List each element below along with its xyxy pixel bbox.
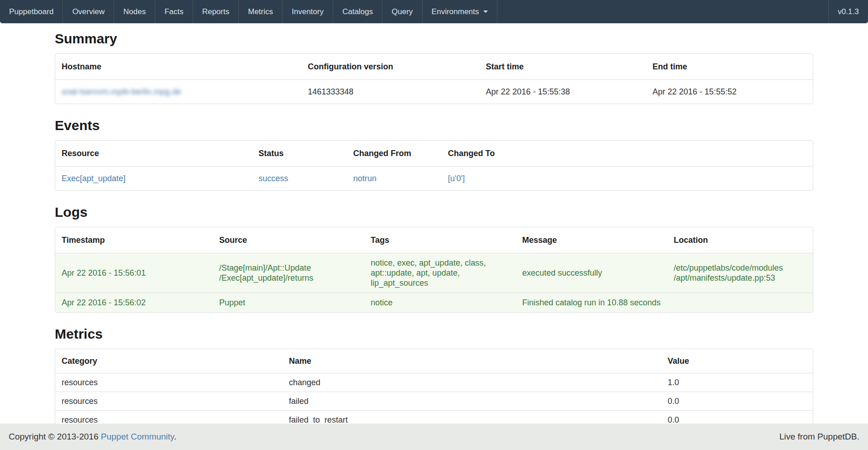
navbar-brand[interactable]: Puppetboard — [0, 0, 63, 23]
metric-value: 1.0 — [661, 373, 813, 392]
event-changed-from-link[interactable]: notrun — [353, 174, 376, 183]
log-tags: notice, exec, apt_update, class, apt::up… — [364, 253, 516, 293]
hostname-link[interactable]: snat-tservvm.mpib-berlin.mpg.de — [62, 87, 181, 96]
metrics-heading: Metrics — [55, 326, 813, 341]
log-timestamp: Apr 22 2016 - 15:56:01 — [55, 253, 213, 293]
summary-col-config-version: Configuration version — [302, 54, 480, 80]
events-col-status: Status — [252, 141, 347, 167]
metric-value: 0.0 — [661, 392, 813, 411]
log-source: /Stage[main]/Apt::Update /Exec[apt_updat… — [213, 253, 364, 293]
log-location: /etc/puppetlabs/code/modules /apt/manife… — [667, 253, 813, 293]
summary-col-hostname: Hostname — [55, 54, 302, 80]
main-content: Summary Hostname Configuration version S… — [55, 31, 813, 437]
copyright-period: . — [174, 432, 176, 441]
log-row: Apr 22 2016 - 15:56:02 Puppet notice Fin… — [55, 293, 813, 313]
log-row: Apr 22 2016 - 15:56:01 /Stage[main]/Apt:… — [55, 253, 813, 293]
event-row: Exec[apt_update] success notrun [u'0'] — [55, 167, 813, 191]
logs-table: Timestamp Source Tags Message Location A… — [55, 227, 813, 312]
summary-heading: Summary — [55, 31, 813, 46]
events-heading: Events — [55, 118, 813, 133]
metric-row: resources changed 1.0 — [55, 373, 813, 392]
footer-copyright: Copyright © 2013-2016 Puppet Community. — [9, 432, 176, 442]
log-message: Finished catalog run in 10.88 seconds — [516, 293, 667, 313]
nav-item-inventory[interactable]: Inventory — [282, 0, 333, 23]
nav-item-overview[interactable]: Overview — [63, 0, 114, 23]
logs-heading: Logs — [55, 204, 813, 220]
version-badge: v0.1.3 — [828, 0, 868, 23]
log-message: executed successfully — [516, 253, 667, 293]
logs-panel: Timestamp Source Tags Message Location A… — [55, 227, 813, 313]
summary-row: snat-tservvm.mpib-berlin.mpg.de 14613333… — [55, 80, 813, 104]
start-time-value: Apr 22 2016 - 15:55:38 — [480, 80, 646, 104]
events-header-row: Resource Status Changed From Changed To — [55, 141, 813, 167]
chevron-down-icon — [483, 10, 488, 13]
metrics-col-category: Category — [55, 349, 282, 373]
event-resource-link[interactable]: Exec[apt_update] — [62, 174, 125, 183]
nav-item-reports[interactable]: Reports — [193, 0, 239, 23]
footer-puppetdb-status: Live from PuppetDB. — [779, 432, 859, 442]
log-source: Puppet — [213, 293, 364, 313]
summary-col-start-time: Start time — [480, 54, 646, 80]
nav-item-facts[interactable]: Facts — [155, 0, 193, 23]
logs-header-row: Timestamp Source Tags Message Location — [55, 227, 813, 253]
end-time-value: Apr 22 2016 - 15:55:52 — [646, 80, 813, 104]
nav-item-metrics[interactable]: Metrics — [239, 0, 282, 23]
log-location — [667, 293, 813, 313]
metrics-col-name: Name — [282, 349, 661, 373]
log-timestamp: Apr 22 2016 - 15:56:02 — [55, 293, 213, 313]
metric-category: resources — [55, 373, 282, 392]
logs-col-tags: Tags — [364, 227, 516, 253]
metric-category: resources — [55, 392, 282, 411]
event-changed-to-link[interactable]: [u'0'] — [448, 174, 465, 183]
copyright-text: Copyright © 2013-2016 — [9, 432, 101, 441]
logs-col-location: Location — [667, 227, 813, 253]
environments-dropdown[interactable]: Environments — [423, 0, 497, 23]
summary-header-row: Hostname Configuration version Start tim… — [55, 54, 813, 80]
summary-table: Hostname Configuration version Start tim… — [55, 54, 813, 104]
events-table: Resource Status Changed From Changed To … — [55, 141, 813, 190]
footer: Copyright © 2013-2016 Puppet Community. … — [0, 424, 868, 450]
logs-col-timestamp: Timestamp — [55, 227, 213, 253]
config-version-value: 1461333348 — [302, 80, 480, 104]
navbar-spacer — [497, 0, 828, 23]
metrics-col-value: Value — [661, 349, 813, 373]
summary-panel: Hostname Configuration version Start tim… — [55, 53, 813, 104]
environments-dropdown-label: Environments — [432, 7, 479, 16]
puppet-community-link[interactable]: Puppet Community — [101, 432, 174, 441]
metric-name: failed — [282, 392, 661, 411]
events-col-resource: Resource — [55, 141, 252, 167]
nav-item-query[interactable]: Query — [382, 0, 422, 23]
metric-row: resources failed 0.0 — [55, 392, 813, 411]
logs-col-message: Message — [516, 227, 667, 253]
logs-col-source: Source — [213, 227, 364, 253]
metrics-header-row: Category Name Value — [55, 349, 813, 373]
events-col-changed-to: Changed To — [442, 141, 813, 167]
events-panel: Resource Status Changed From Changed To … — [55, 140, 813, 191]
events-col-changed-from: Changed From — [347, 141, 442, 167]
log-tags: notice — [364, 293, 516, 313]
event-status-link[interactable]: success — [259, 174, 288, 183]
nav-item-nodes[interactable]: Nodes — [114, 0, 155, 23]
metric-name: changed — [282, 373, 661, 392]
summary-col-end-time: End time — [646, 54, 813, 80]
navbar: Puppetboard Overview Nodes Facts Reports… — [0, 0, 868, 23]
nav-item-catalogs[interactable]: Catalogs — [333, 0, 382, 23]
